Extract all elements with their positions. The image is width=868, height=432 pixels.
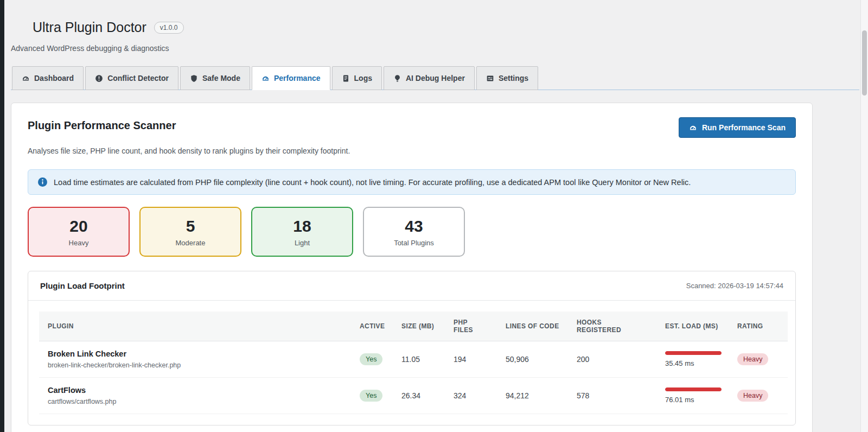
plugin-name: Broken Link Checker — [48, 350, 342, 358]
tab-ai-debug-helper[interactable]: AI Debug Helper — [384, 66, 475, 90]
table-header-row: Plugin Active Size (MB) PHP Files Lines … — [39, 312, 788, 341]
lines-of-code-cell: 94,212 — [497, 378, 568, 414]
stat-cards: 20 Heavy 5 Moderate 18 Light 43 Total Pl… — [28, 207, 796, 257]
load-bar-track — [665, 351, 722, 355]
stat-value: 18 — [252, 217, 352, 235]
footprint-title: Plugin Load Footprint — [40, 281, 125, 290]
stat-label: Moderate — [141, 239, 240, 247]
gauge-icon — [689, 124, 697, 132]
stat-card-heavy: 20 Heavy — [28, 207, 130, 257]
rating-cell: Heavy — [729, 341, 788, 378]
size-cell: 26.34 — [393, 378, 445, 414]
performance-panel: Plugin Performance Scanner Run Performan… — [11, 103, 813, 432]
tab-label: Logs — [354, 74, 372, 82]
tab-dashboard[interactable]: Dashboard — [12, 66, 84, 90]
tab-bar: Dashboard Conflict Detector Safe Mode Pe… — [11, 66, 859, 90]
load-ms-label: 76.01 ms — [665, 396, 720, 404]
plugin-cell: CartFlows cartflows/cartflows.php — [39, 378, 351, 414]
tab-logs[interactable]: Logs — [332, 66, 382, 90]
tab-settings[interactable]: Settings — [476, 66, 538, 90]
stat-value: 20 — [29, 217, 129, 235]
stat-value: 5 — [141, 217, 240, 235]
plugin-load-footprint-card: Plugin Load Footprint Scanned: 2026-03-1… — [28, 271, 796, 425]
plugin-cell: Broken Link Checker broken-link-checker/… — [39, 341, 351, 378]
alert-circle-icon — [95, 74, 103, 82]
page-title: Ultra Plugin Doctor — [33, 20, 146, 35]
plugin-name: CartFlows — [48, 386, 342, 395]
est-load-cell: 35.45 ms — [656, 341, 729, 378]
column-header-rating: Rating — [729, 312, 788, 341]
tab-label: Performance — [274, 74, 321, 82]
run-performance-scan-button[interactable]: Run Performance Scan — [679, 117, 796, 138]
load-bar-fill — [665, 351, 722, 355]
hooks-cell: 200 — [568, 341, 656, 378]
column-header-active: Active — [351, 312, 393, 341]
stat-label: Total Plugins — [364, 239, 464, 247]
section-title: Plugin Performance Scanner — [28, 119, 176, 132]
table-row: Broken Link Checker broken-link-checker/… — [39, 341, 788, 378]
tab-safe-mode[interactable]: Safe Mode — [180, 66, 250, 90]
lightbulb-icon — [393, 74, 401, 82]
tab-label: Safe Mode — [202, 74, 240, 82]
stat-label: Light — [252, 239, 352, 247]
php-files-cell: 194 — [445, 341, 497, 378]
active-cell: Yes — [351, 341, 393, 378]
plugin-slug: cartflows/cartflows.php — [48, 398, 342, 405]
hooks-cell: 578 — [568, 378, 656, 414]
lines-of-code-cell: 50,906 — [497, 341, 568, 378]
run-button-label: Run Performance Scan — [702, 123, 786, 132]
php-files-cell: 324 — [445, 378, 497, 414]
info-notice: Load time estimates are calculated from … — [28, 169, 796, 195]
size-cell: 11.05 — [393, 341, 445, 378]
tab-label: Conflict Detector — [107, 74, 169, 82]
shield-icon — [190, 74, 198, 82]
active-badge: Yes — [360, 353, 382, 365]
stat-card-total-plugins: 43 Total Plugins — [363, 207, 465, 257]
scrollbar[interactable] — [860, 0, 868, 432]
column-header-php-files: PHP Files — [445, 312, 497, 341]
rating-badge: Heavy — [737, 390, 768, 402]
page: Ultra Plugin Doctor v1.0.0 Advanced Word… — [4, 0, 868, 432]
page-header: Ultra Plugin Doctor v1.0.0 Advanced Word… — [11, 0, 859, 53]
plugin-table: Plugin Active Size (MB) PHP Files Lines … — [39, 312, 788, 414]
load-bar-fill — [665, 387, 722, 391]
rating-cell: Heavy — [729, 378, 788, 414]
table-row: CartFlows cartflows/cartflows.php Yes 26… — [39, 378, 788, 414]
footprint-body: Plugin Active Size (MB) PHP Files Lines … — [28, 301, 795, 425]
settings-panel-icon — [486, 74, 494, 82]
section-description: Analyses file size, PHP line count, and … — [28, 147, 796, 155]
column-header-lines-of-code: Lines of Code — [497, 312, 568, 341]
stat-value: 43 — [364, 217, 464, 235]
active-badge: Yes — [360, 390, 382, 402]
page-subtitle: Advanced WordPress debugging & diagnosti… — [11, 44, 859, 53]
column-header-size: Size (MB) — [393, 312, 445, 341]
est-load-cell: 76.01 ms — [656, 378, 729, 414]
column-header-hooks-registered: Hooks Registered — [568, 312, 656, 341]
scrollbar-thumb[interactable] — [862, 30, 867, 96]
gauge-icon — [22, 74, 30, 82]
rating-badge: Heavy — [737, 353, 768, 365]
active-cell: Yes — [351, 378, 393, 414]
document-lines-icon — [342, 74, 350, 82]
admin-menu-strip — [0, 0, 4, 432]
stat-card-light: 18 Light — [251, 207, 353, 257]
title-row: Ultra Plugin Doctor v1.0.0 — [33, 20, 859, 35]
plugin-slug: broken-link-checker/broken-link-checker.… — [48, 361, 342, 369]
load-bar-track — [665, 387, 722, 391]
tab-label: AI Debug Helper — [406, 74, 465, 82]
footprint-header: Plugin Load Footprint Scanned: 2026-03-1… — [28, 271, 795, 301]
column-header-plugin: Plugin — [39, 312, 351, 341]
column-header-est-load: Est. Load (ms) — [656, 312, 729, 341]
stat-card-moderate: 5 Moderate — [139, 207, 241, 257]
gauge-icon — [261, 74, 270, 82]
version-badge: v1.0.0 — [154, 22, 184, 34]
scanned-timestamp: Scanned: 2026-03-19 14:57:44 — [686, 282, 783, 290]
load-ms-label: 35.45 ms — [665, 359, 720, 367]
tab-performance[interactable]: Performance — [252, 66, 330, 90]
tab-label: Dashboard — [34, 74, 74, 82]
panel-header: Plugin Performance Scanner Run Performan… — [28, 117, 796, 138]
tab-conflict-detector[interactable]: Conflict Detector — [85, 66, 178, 90]
stat-label: Heavy — [29, 239, 129, 247]
tab-label: Settings — [499, 74, 528, 82]
info-icon — [38, 177, 47, 187]
